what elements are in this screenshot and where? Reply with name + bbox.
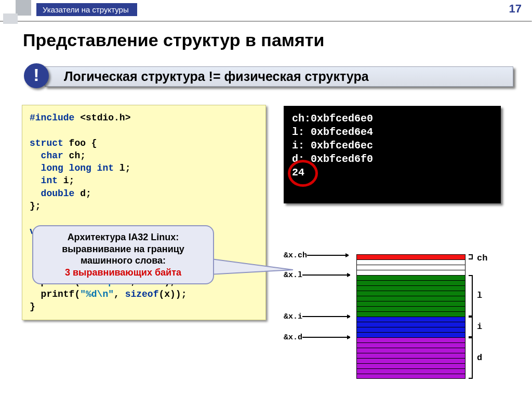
pointer-label-d: &x.d — [284, 333, 350, 342]
callout-line: машинного слова: — [39, 255, 207, 267]
slide-title: Представление структур в памяти — [23, 30, 532, 50]
code-text: , — [114, 289, 125, 299]
callout-line: выравнивание на границу — [39, 243, 207, 255]
svg-marker-2 — [345, 253, 349, 257]
mem-byte-l — [356, 296, 466, 301]
mem-byte-d — [356, 353, 466, 358]
code-keyword: char — [30, 150, 63, 161]
terminal-line: d: 0xbfced6f0 — [292, 153, 373, 165]
mem-byte-d — [356, 348, 466, 353]
svg-marker-6 — [347, 314, 350, 319]
mem-byte-pad — [356, 265, 466, 270]
mem-byte-d — [356, 337, 466, 342]
mem-byte-d — [356, 374, 466, 379]
brace-i — [468, 317, 473, 337]
mem-byte-pad — [356, 270, 466, 275]
mem-byte-ch — [356, 254, 466, 259]
mem-byte-i — [356, 327, 466, 332]
code-keyword: #include — [30, 113, 74, 123]
brace-l — [468, 275, 473, 317]
mem-byte-i — [356, 322, 466, 327]
mem-byte-d — [356, 368, 466, 374]
mem-byte-l — [356, 275, 466, 280]
pointer-text: &x.d — [284, 333, 302, 342]
callout-bubble: Архитектура IA32 Linux: выравнивание на … — [32, 225, 214, 284]
code-keyword: int — [30, 175, 58, 186]
mem-byte-i — [356, 332, 466, 337]
mem-byte-d — [356, 363, 466, 368]
code-text: i; — [58, 175, 74, 186]
mem-byte-l — [356, 291, 466, 296]
brace-ch — [468, 254, 473, 259]
mem-byte-pad — [356, 259, 466, 265]
code-text: <stdio.h> — [74, 113, 130, 123]
terminal-line: i: 0xbfced6ec — [292, 140, 373, 152]
svg-marker-4 — [347, 273, 350, 277]
brace-label-l: l — [477, 291, 482, 300]
memory-stack — [356, 254, 466, 379]
terminal-line: ch:0xbfced6e0 — [292, 113, 373, 125]
brace-d — [468, 337, 473, 379]
mem-byte-l — [356, 280, 466, 285]
header-decor-square — [16, 0, 31, 16]
brace-label-d: d — [477, 353, 482, 363]
code-text: (x)); — [158, 289, 187, 299]
mem-byte-l — [356, 306, 466, 311]
brace-label-i: i — [477, 322, 482, 332]
svg-marker-8 — [347, 335, 350, 339]
code-keyword: struct — [30, 138, 63, 148]
memory-diagram: &x.ch &x.l &x.i &x.d ch l i d — [284, 254, 502, 384]
code-string: "%d\n" — [80, 289, 114, 299]
mem-byte-d — [356, 342, 466, 348]
header-decor-square-light — [3, 13, 18, 24]
pointer-text: &x.i — [284, 312, 302, 321]
slide-header: Указатели на структуры 17 — [0, 0, 532, 21]
code-text: }; — [30, 201, 41, 211]
mem-byte-l — [356, 285, 466, 291]
breadcrumb-tab: Указатели на структуры — [36, 3, 137, 16]
subtitle-banner: Логическая структура != физическая струк… — [45, 66, 513, 87]
code-text: } — [30, 301, 35, 312]
terminal-line: 24 — [292, 167, 304, 179]
page-number: 17 — [509, 2, 522, 16]
pointer-label-i: &x.i — [284, 312, 350, 321]
callout-line: Архитектура IA32 Linux: — [39, 231, 207, 243]
header-divider — [0, 21, 532, 22]
brace-label-ch: ch — [477, 253, 487, 263]
code-text: ch; — [63, 150, 86, 161]
code-text: l; — [114, 163, 130, 173]
code-keyword: sizeof — [125, 289, 159, 299]
mem-byte-l — [356, 311, 466, 317]
mem-byte-i — [356, 317, 466, 322]
callout-line-emph: 3 выравнивающих байта — [39, 267, 207, 279]
code-text: d; — [74, 188, 91, 199]
code-text: foo { — [63, 138, 97, 148]
code-text: printf( — [30, 289, 80, 299]
mem-byte-d — [356, 358, 466, 363]
code-keyword: long long int — [30, 163, 114, 173]
attention-badge: ! — [24, 63, 49, 88]
terminal-line: l: 0xbfced6e4 — [292, 126, 373, 138]
terminal-output: ch:0xbfced6e0 l: 0xbfced6e4 i: 0xbfced6e… — [284, 106, 501, 203]
code-keyword: double — [30, 188, 74, 199]
mem-byte-l — [356, 301, 466, 306]
